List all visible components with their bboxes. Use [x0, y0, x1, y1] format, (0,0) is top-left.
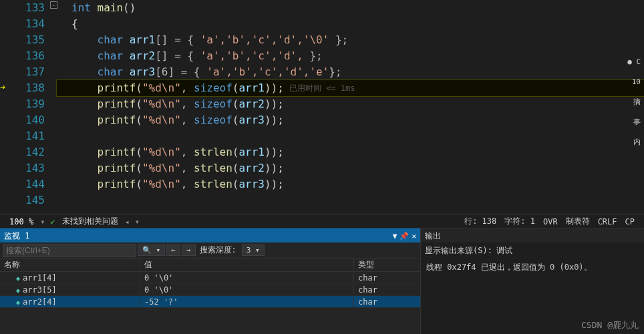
code-line[interactable]: printf("%d\n", strlen(arr3)); [57, 176, 644, 192]
output-body: 线程 0x27f4 已退出，返回值为 0 (0x0)。 [421, 259, 644, 276]
col-name[interactable]: 名称 [0, 259, 140, 271]
bottom-panels: 监视 1 ▼ 📌 ✕ 🔍 ▾ ← → 搜索深度: 3 ▾ 名称 值 类型 ◆ar… [0, 228, 644, 334]
code-line[interactable]: char arr2[] = { 'a','b','c','d', }; [57, 48, 644, 64]
variable-icon: ◆ [16, 287, 20, 294]
perf-hint: 已用时间 <= 1ms [289, 80, 355, 96]
watch-title: 监视 1 [4, 230, 29, 242]
status-bar: 100 % ▾ ✔ 未找到相关问题 ◂ ▾ 行: 138 字符: 1 OVR 制… [0, 214, 644, 228]
col-type[interactable]: 类型 [354, 259, 420, 271]
nav-next-button[interactable]: → [182, 244, 196, 256]
code-line[interactable]: printf("%d\n", strlen(arr2)); [57, 160, 644, 176]
depth-value[interactable]: 3 ▾ [242, 244, 265, 256]
code-line[interactable]: { [57, 16, 644, 32]
close-icon[interactable]: ✕ [412, 232, 416, 240]
watermark: CSDN @鹿九丸 [581, 319, 639, 331]
code-line[interactable]: printf("%d\n", sizeof(arr1));已用时间 <= 1ms [57, 80, 644, 96]
side-item[interactable]: 摘 [625, 94, 643, 111]
line-number-gutter: 133134135136137138139140141142143144145 [0, 0, 57, 214]
watch-title-bar: 监视 1 ▼ 📌 ✕ [0, 229, 420, 242]
execution-pointer-icon: ➔ [0, 81, 5, 92]
check-icon: ✔ [50, 217, 55, 226]
depth-label: 搜索深度: [200, 244, 236, 256]
zoom-level[interactable]: 100 % [9, 217, 33, 226]
side-item[interactable]: 内 [625, 134, 643, 151]
status-tabs[interactable]: 制表符 [566, 216, 590, 227]
watch-row[interactable]: ◆arr3[5]0 '\0'char [0, 284, 420, 296]
nav-prev-button[interactable]: ← [166, 244, 180, 256]
watch-grid-header: 名称 值 类型 [0, 259, 420, 272]
code-line[interactable] [57, 128, 644, 144]
status-cpu: CP [625, 217, 635, 226]
search-button[interactable]: 🔍 ▾ [138, 244, 165, 256]
status-ovr[interactable]: OVR [543, 217, 558, 226]
variable-icon: ◆ [16, 275, 20, 282]
side-item: 10 [625, 73, 643, 91]
status-line: 行: 138 [464, 216, 496, 227]
watch-row[interactable]: ◆arr2[4]-52 '?'char [0, 296, 420, 308]
pin-icon[interactable]: 📌 [399, 232, 409, 240]
dropdown-icon[interactable]: ◂ [125, 217, 130, 226]
status-crlf[interactable]: CRLF [598, 217, 617, 226]
code-line[interactable]: char arr3[6] = { 'a','b','c','d','e'}; [57, 64, 644, 80]
output-panel: 输出 显示输出来源(S): 调试 线程 0x27f4 已退出，返回值为 0 (0… [420, 228, 644, 334]
code-line[interactable]: printf("%d\n", sizeof(arr2)); [57, 96, 644, 112]
search-input[interactable] [3, 244, 136, 257]
dropdown-icon[interactable]: ▾ [40, 217, 45, 226]
code-editor[interactable]: ➔ 13313413513613713813914014114214314414… [0, 0, 644, 214]
output-title: 输出 [421, 229, 644, 242]
watch-row[interactable]: ◆arr1[4]0 '\0'char [0, 272, 420, 284]
output-source-value[interactable]: 调试 [496, 245, 512, 257]
code-line[interactable] [57, 192, 644, 208]
issues-text: 未找到相关问题 [62, 216, 118, 227]
code-line[interactable]: printf("%d\n", sizeof(arr3)); [57, 112, 644, 128]
fold-minus-icon[interactable]: - [50, 1, 57, 9]
watch-search-row: 🔍 ▾ ← → 搜索深度: 3 ▾ [0, 242, 420, 259]
side-toolbox: ● C 10 摘 事 内 [625, 53, 643, 154]
col-value[interactable]: 值 [140, 259, 354, 271]
output-source-label: 显示输出来源(S): [425, 245, 492, 257]
dropdown-icon[interactable]: ▼ [393, 232, 397, 240]
variable-icon: ◆ [16, 299, 20, 306]
code-line[interactable]: char arr1[] = { 'a','b','c','d','\0' }; [57, 32, 644, 48]
code-line[interactable]: printf("%d\n", strlen(arr1)); [57, 144, 644, 160]
code-area[interactable]: - int main(){ char arr1[] = { 'a','b','c… [57, 0, 644, 214]
status-char: 字符: 1 [504, 216, 535, 227]
output-source-row: 显示输出来源(S): 调试 [421, 242, 644, 259]
dropdown-icon[interactable]: ▾ [135, 217, 140, 226]
side-item[interactable]: ● C [625, 53, 643, 71]
watch-panel[interactable]: 监视 1 ▼ 📌 ✕ 🔍 ▾ ← → 搜索深度: 3 ▾ 名称 值 类型 ◆ar… [0, 228, 420, 334]
side-item[interactable]: 事 [625, 114, 643, 131]
code-line[interactable]: int main() [57, 0, 644, 16]
